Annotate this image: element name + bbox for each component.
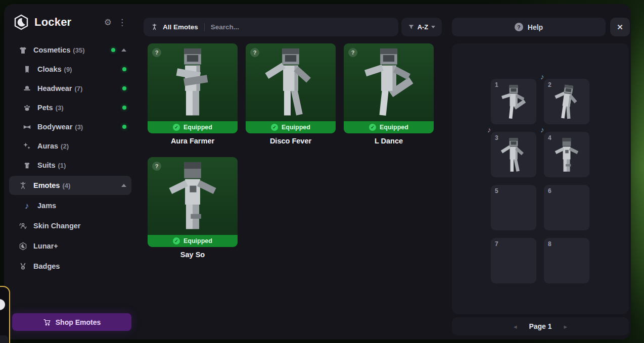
character-render: [491, 134, 536, 177]
sidebar-item-cloaks[interactable]: Cloaks (9): [9, 60, 131, 79]
sidebar-item-auras[interactable]: Auras (2): [9, 136, 131, 156]
character-render: [344, 45, 434, 121]
emote-filter-icon: [151, 23, 158, 31]
chevron-up-icon: [121, 48, 126, 52]
sort-label: A-Z: [418, 23, 429, 31]
lunar-plus-icon: [18, 241, 27, 251]
music-note-icon: ♪: [22, 201, 31, 210]
chevron-up-icon: [121, 184, 126, 187]
sidebar-item-headwear[interactable]: Headwear (7): [9, 79, 131, 98]
emote-name: L Dance: [344, 137, 434, 145]
hat-icon: [22, 84, 31, 93]
sidebar-item-bodywear[interactable]: Bodywear (3): [9, 117, 131, 136]
sidebar-item-jams[interactable]: ♪ Jams: [9, 196, 131, 215]
emote-slot-1[interactable]: 1: [491, 79, 536, 124]
equipped-status: ✓ Equipped: [148, 121, 238, 133]
divider: [204, 23, 205, 31]
chevron-down-icon: [431, 26, 435, 28]
shop-emotes-label: Shop Emotes: [56, 318, 101, 326]
sidebar-header: Locker ⚙ ⋮: [4, 4, 136, 37]
bowtie-icon: [22, 122, 31, 131]
emote-card-disco-fever[interactable]: ? ✓ Equipped: [246, 43, 336, 133]
check-icon: ✓: [369, 124, 376, 131]
emote-slot-4[interactable]: ♪ 4: [544, 132, 589, 177]
emote-name: Say So: [148, 251, 238, 259]
check-icon: ✓: [271, 124, 278, 131]
music-note-icon: ♪: [540, 125, 544, 134]
question-badge-icon[interactable]: ?: [250, 48, 259, 57]
emote-card-say-so[interactable]: ? ✓ Equipped: [148, 157, 238, 247]
toast-avatar: [0, 299, 5, 310]
equipped-status: ✓ Equipped: [246, 121, 336, 133]
sidebar-item-lunar-plus[interactable]: Lunar+: [9, 236, 131, 256]
character-render: [246, 45, 336, 121]
question-badge-icon[interactable]: ?: [152, 48, 161, 57]
sidebar-item-emotes[interactable]: Emotes (4): [9, 176, 131, 195]
status-dot: [111, 48, 115, 52]
sidebar-item-badges[interactable]: Badges: [9, 257, 131, 276]
next-page-icon[interactable]: ▸: [564, 323, 568, 330]
help-button[interactable]: ? Help: [452, 18, 606, 36]
sidebar: Locker ⚙ ⋮ Cosmetics (35) Cloaks (9): [4, 4, 136, 339]
notification-toast[interactable]: [0, 286, 10, 343]
lunar-client-logo-icon: [13, 14, 29, 30]
page-label: Page 1: [529, 322, 551, 330]
cloak-icon: [22, 65, 31, 74]
music-note-icon: ♪: [540, 72, 544, 81]
sidebar-nav: Cosmetics (35) Cloaks (9) Headwear (7): [4, 40, 136, 276]
medal-icon: [18, 262, 27, 271]
emote-slot-3[interactable]: ♪ 3: [491, 132, 536, 177]
check-icon: ✓: [173, 237, 180, 244]
character-render: [148, 159, 238, 235]
sidebar-item-pets[interactable]: Pets (3): [9, 98, 131, 117]
sidebar-item-cosmetics[interactable]: Cosmetics (35): [9, 40, 131, 60]
shop-emotes-button[interactable]: Shop Emotes: [12, 313, 131, 331]
emote-card-l-dance[interactable]: ? ✓ Equipped: [344, 43, 434, 133]
status-dot: [122, 106, 126, 110]
sidebar-item-suits[interactable]: Suits (1): [9, 156, 131, 175]
search-input[interactable]: [211, 23, 391, 31]
sparkles-icon: [22, 141, 31, 151]
check-icon: ✓: [173, 124, 180, 131]
sidebar-item-skin-changer[interactable]: Skin Changer: [9, 216, 131, 235]
sort-dropdown[interactable]: A-Z: [401, 18, 442, 36]
page-title: Locker: [34, 16, 101, 29]
kebab-menu-icon[interactable]: ⋮: [115, 17, 129, 28]
emote-slot-2[interactable]: ♪ 2: [544, 79, 589, 124]
toast-action: [0, 335, 8, 343]
question-badge-icon[interactable]: ?: [348, 48, 357, 57]
locker-window: Locker ⚙ ⋮ Cosmetics (35) Cloaks (9): [4, 4, 631, 339]
emote-card-aura-farmer[interactable]: ? ✓ Equipped: [148, 43, 238, 133]
filter-chip-label: All Emotes: [163, 23, 198, 31]
search-bar[interactable]: All Emotes: [144, 18, 398, 36]
pagination-bar: ◂ Page 1 ▸: [452, 317, 629, 335]
music-note-icon: ♪: [487, 125, 491, 134]
dancer-icon: [18, 181, 27, 190]
emote-slot-6[interactable]: 6: [544, 185, 589, 230]
skin-changer-icon: [18, 221, 27, 230]
question-badge-icon[interactable]: ?: [152, 162, 161, 171]
suit-icon: [22, 161, 31, 170]
funnel-icon: [408, 24, 415, 30]
emote-name: Disco Fever: [246, 137, 336, 145]
equipped-status: ✓ Equipped: [344, 121, 434, 133]
emote-slot-5[interactable]: 5: [491, 185, 536, 230]
tshirt-icon: [18, 45, 27, 55]
character-render: [148, 45, 238, 121]
status-dot: [122, 86, 126, 90]
character-render: [544, 81, 589, 124]
help-label: Help: [528, 23, 543, 31]
question-icon: ?: [515, 23, 523, 31]
equipped-status: ✓ Equipped: [148, 235, 238, 247]
close-button[interactable]: ✕: [610, 18, 630, 36]
character-render: [491, 81, 536, 124]
emote-slots-panel: 1 ♪ 2 ♪ 3 ♪ 4 5: [452, 43, 629, 314]
cart-icon: [43, 318, 51, 326]
paw-icon: [22, 103, 31, 112]
prev-page-icon[interactable]: ◂: [514, 323, 517, 330]
status-dot: [122, 125, 126, 129]
emote-slot-7[interactable]: 7: [491, 238, 536, 283]
character-render: [544, 134, 589, 177]
gear-icon[interactable]: ⚙: [101, 17, 115, 28]
emote-slot-8[interactable]: 8: [544, 238, 589, 283]
